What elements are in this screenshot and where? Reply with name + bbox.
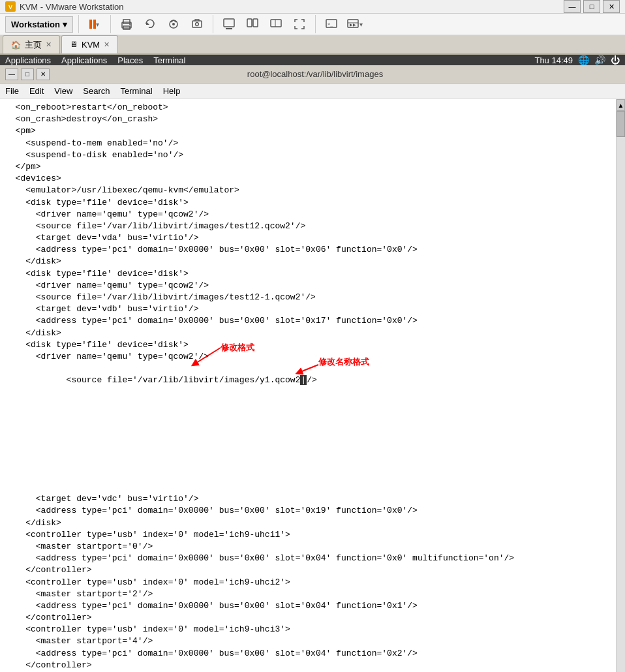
revert-button[interactable] [140, 14, 160, 35]
print-icon [120, 18, 133, 31]
scroll-up-button[interactable]: ▲ [617, 99, 625, 111]
svg-point-8 [172, 23, 175, 25]
view-split-button[interactable] [242, 14, 263, 35]
line-37: <address type='pci' domain='0x0000' bus=… [5, 648, 620, 660]
snapshot2-icon [191, 18, 204, 31]
line-5: <suspend-to-disk enabled='no'/> [5, 149, 620, 161]
snapshot2-button[interactable] [187, 14, 207, 35]
menu-help[interactable]: Help [163, 86, 181, 96]
console-button[interactable]: >_ [321, 14, 342, 35]
line-12: <target dev='vda' bus='virtio'/> [5, 232, 620, 244]
line-15: <disk type='file' device='disk'> [5, 268, 620, 280]
view-fullscreen-button[interactable] [289, 14, 310, 35]
line-33: <address type='pci' domain='0x0000' bus=… [5, 600, 620, 612]
menu-file[interactable]: File [5, 86, 19, 96]
line-20: </disk> [5, 328, 620, 339]
line-32: <master startport='2'/> [5, 588, 620, 600]
terminal-title: root@localhost:/var/lib/libvirt/images [50, 69, 581, 79]
tab-kvm[interactable]: 🖥 KVM ✕ [61, 35, 118, 53]
svg-text:▶▶: ▶▶ [350, 23, 356, 27]
kvm-tab-close[interactable]: ✕ [104, 40, 110, 49]
line-14: </disk> [5, 256, 620, 267]
toolbar-separator-3 [213, 15, 213, 33]
terminal-content-wrapper: <on_reboot>restart</on_reboot> <on_crash… [0, 99, 625, 672]
places-label[interactable]: Places [117, 55, 143, 65]
svg-text:>_: >_ [328, 22, 333, 27]
svg-rect-14 [253, 19, 258, 27]
line-38: </controller> [5, 660, 620, 671]
line-25: <address type='pci' domain='0x0000' bus=… [5, 505, 620, 517]
view-split-icon [246, 18, 259, 31]
line-6: </pm> [5, 161, 620, 173]
applications-label[interactable]: Applications [61, 55, 107, 65]
svg-marker-6 [146, 22, 149, 25]
terminal-content[interactable]: <on_reboot>restart</on_reboot> <on_crash… [0, 99, 625, 672]
menu-search[interactable]: Search [83, 86, 110, 96]
line-3: <pm> [5, 125, 620, 137]
system-bar: Applications Applications Places Termina… [0, 55, 625, 65]
line-9: <disk type='file' device='disk'> [5, 197, 620, 209]
vmware-icon: V [5, 1, 16, 12]
line-1: <on_reboot>restart</on_reboot> [5, 102, 620, 114]
terminal-label[interactable]: Terminal [153, 55, 185, 65]
svg-rect-15 [271, 20, 281, 27]
line-21: <disk type='file' device='disk'> [5, 339, 620, 351]
line-16: <driver name='qemu' type='qcow2'/> [5, 280, 620, 292]
menu-edit[interactable]: Edit [29, 86, 44, 96]
close-button[interactable]: ✕ [603, 0, 620, 13]
view-full-icon [269, 18, 282, 31]
line-19: <address type='pci' domain='0x0000' bus=… [5, 315, 620, 327]
toolbar-separator-2 [110, 15, 111, 33]
maximize-button[interactable]: □ [583, 0, 600, 13]
terminal-minimize[interactable]: — [5, 69, 18, 80]
tab-home[interactable]: 🏠 主页 ✕ [3, 35, 60, 53]
view-normal-button[interactable] [219, 14, 239, 35]
system-time: Thu 14:49 [534, 55, 573, 65]
scroll-thumb[interactable] [617, 111, 625, 137]
line-10: <driver name='qemu' type='qcow2'/> [5, 209, 620, 221]
title-bar-left: V KVM - VMware Workstation [5, 1, 123, 12]
terminal-close[interactable]: ✕ [37, 69, 50, 80]
pause-dropdown: ▾ [96, 21, 99, 28]
svg-rect-13 [247, 19, 252, 27]
workstation-button[interactable]: Workstation ▾ [5, 16, 73, 33]
annotation-arrow-2 [266, 359, 331, 379]
home-tab-icon: 🏠 [11, 40, 21, 50]
power-icon[interactable]: ⏻ [611, 55, 620, 65]
menu-view[interactable]: View [54, 86, 72, 96]
snapshot-button[interactable] [163, 14, 184, 35]
terminal-restore[interactable]: □ [21, 69, 34, 80]
system-bar-right: Thu 14:49 🌐 🔊 ⏻ [534, 55, 620, 65]
minimize-button[interactable]: — [564, 0, 581, 13]
dropdown-icon: ▾ [63, 20, 67, 29]
line-35: <controller type='usb' index='0' model='… [5, 624, 620, 635]
line-24: <target dev='vdc' bus='virtio'/> [5, 493, 620, 505]
view-full-button[interactable] [266, 14, 286, 35]
print-button[interactable] [116, 14, 137, 35]
line-23: <source file='/var/lib/libvirt/images/y1… [5, 363, 620, 493]
pause-icon [89, 20, 96, 29]
settings-button[interactable]: ▶▶ ▾ [344, 14, 365, 35]
pause-button[interactable]: ▾ [84, 14, 105, 35]
menu-terminal[interactable]: Terminal [121, 86, 153, 96]
main-layout: V KVM - VMware Workstation — □ ✕ Worksta… [0, 0, 625, 672]
line-27: <controller type='usb' index='0' model='… [5, 529, 620, 541]
kvm-tab-label: KVM [82, 40, 100, 50]
line-4: <suspend-to-mem enabled='no'/> [5, 138, 620, 149]
terminal-titlebar: — □ ✕ root@localhost:/var/lib/libvirt/im… [0, 65, 625, 84]
applications-menu[interactable]: Applications [5, 55, 51, 65]
settings-icon: ▶▶ [346, 18, 359, 31]
volume-icon: 🔊 [594, 55, 605, 65]
home-tab-close[interactable]: ✕ [46, 40, 52, 49]
kvm-tab-icon: 🖥 [70, 40, 78, 49]
line-8: <emulator>/usr/libexec/qemu-kvm</emulato… [5, 185, 620, 196]
line-28: <master startport='0'/> [5, 541, 620, 553]
svg-text:V: V [8, 4, 12, 10]
workspace-area: — □ ✕ root@localhost:/var/lib/libvirt/im… [0, 65, 625, 672]
vmware-toolbar: Workstation ▾ ▾ [0, 14, 625, 35]
svg-rect-3 [123, 20, 130, 23]
scrollbar[interactable]: ▲ ▼ [616, 99, 625, 672]
view-fullscreen-icon [293, 18, 306, 31]
toolbar-separator-1 [78, 15, 79, 33]
svg-rect-9 [192, 21, 202, 27]
